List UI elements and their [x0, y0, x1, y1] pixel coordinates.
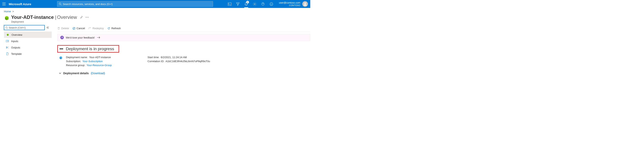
resource-type-icon: [4, 15, 10, 21]
subscription-link[interactable]: Your-Subscription: [82, 60, 103, 63]
svg-point-0: [59, 3, 61, 4]
title-actions: [80, 16, 89, 19]
sidebar-item-label: Template: [11, 52, 22, 55]
deployment-name-value: Your-ADT-instance: [89, 56, 111, 59]
redeploy-icon: [88, 27, 91, 30]
body: Search (Ctrl+/) Overview Inputs Outputs: [0, 24, 310, 75]
menu-toggle-button[interactable]: [2, 1, 6, 6]
svg-point-6: [272, 3, 272, 4]
deployment-icon: [59, 56, 63, 67]
breadcrumb-home[interactable]: Home: [4, 10, 11, 13]
avatar[interactable]: [302, 1, 308, 7]
correlation-id-label: Correlation ID:: [148, 60, 164, 63]
sidebar-item-label: Inputs: [11, 40, 18, 43]
main-content: Delete Cancel Redeploy Refresh We'd love…: [52, 25, 310, 75]
svg-point-11: [6, 27, 7, 28]
page-title-block: Your-ADT-instance | Overview Deployment: [11, 14, 77, 23]
search-icon: [5, 26, 8, 29]
cancel-icon: [72, 27, 76, 30]
deployment-name-label: Deployment name:: [66, 56, 88, 59]
svg-point-9: [87, 17, 87, 17]
more-button[interactable]: [86, 17, 89, 18]
svg-point-8: [86, 17, 86, 17]
cancel-button[interactable]: Cancel: [72, 27, 85, 30]
account-block[interactable]: user@contoso.com CONTOSO: [276, 1, 302, 6]
notification-badge: 1: [246, 1, 249, 3]
svg-point-4: [270, 2, 273, 5]
subscription-label: Subscription:: [66, 60, 81, 63]
notification-active-indicator: [244, 7, 248, 8]
redeploy-button: Redeploy: [88, 27, 104, 30]
page-title-area: Your-ADT-instance | Overview Deployment: [0, 14, 310, 24]
deployment-details-section[interactable]: Deployment details (Download): [57, 72, 310, 75]
resource-name: Your-ADT-instance: [11, 14, 54, 20]
kv-left: Deployment name: Your-ADT-instance Subsc…: [66, 55, 112, 67]
feedback-banner[interactable]: We'd love your feedback!: [57, 34, 310, 41]
page-name: Overview: [57, 14, 77, 20]
kv-right: Start time: 6/2/2021, 11:24:14 AM Correl…: [148, 55, 210, 67]
title-separator: |: [54, 14, 56, 20]
breadcrumb: Home >: [0, 8, 310, 14]
correlation-id-value: A1bC2dE3fH4iJ5kL6mN7oP8qR9sT0u: [166, 60, 210, 63]
svg-point-5: [271, 3, 271, 4]
feedback-text: We'd love your feedback!: [66, 36, 95, 39]
sidebar-item-overview[interactable]: Overview: [4, 31, 52, 38]
deployment-status: ••• Deployment is in progress: [57, 45, 119, 53]
sidebar: Search (Ctrl+/) Overview Inputs Outputs: [4, 25, 52, 75]
sidebar-search-row: Search (Ctrl+/): [4, 25, 52, 30]
chevron-down-icon[interactable]: [59, 72, 61, 74]
search-icon: [59, 2, 62, 5]
svg-point-13: [8, 47, 8, 47]
arrow-right-icon: [97, 36, 100, 38]
directory-filter-button[interactable]: [234, 0, 242, 8]
breadcrumb-separator: >: [12, 10, 14, 13]
sidebar-search-placeholder: Search (Ctrl+/): [9, 26, 26, 29]
outputs-icon: [6, 46, 9, 49]
deployment-summary: Deployment name: Your-ADT-instance Subsc…: [57, 55, 310, 67]
global-search-placeholder: Search resources, services, and docs (G+…: [63, 2, 112, 5]
command-bar: Delete Cancel Redeploy Refresh: [57, 25, 310, 32]
svg-point-7: [304, 2, 306, 4]
template-icon: [6, 52, 9, 55]
notifications-button[interactable]: 1: [242, 0, 250, 8]
user-email: user@contoso.com: [279, 1, 300, 4]
resource-type-label: Deployment: [11, 20, 77, 23]
delete-button: Delete: [57, 27, 69, 30]
deployment-details-label: Deployment details: [63, 72, 89, 75]
sidebar-item-inputs[interactable]: Inputs: [4, 38, 52, 44]
overview-icon: [6, 33, 10, 36]
sidebar-search-input[interactable]: Search (Ctrl+/): [4, 25, 44, 30]
download-link[interactable]: (Download): [91, 72, 105, 75]
svg-point-14: [8, 48, 8, 48]
resource-group-link[interactable]: Your-Resource-Group: [86, 64, 112, 67]
svg-point-10: [88, 17, 88, 17]
feedback-button[interactable]: [267, 0, 275, 8]
tenant-name: CONTOSO: [279, 4, 300, 6]
svg-rect-1: [228, 2, 231, 5]
feedback-icon: [60, 36, 64, 39]
pin-button[interactable]: [80, 16, 83, 19]
sidebar-item-template[interactable]: Template: [4, 51, 52, 57]
sidebar-collapse-button[interactable]: [46, 26, 49, 29]
brand-label[interactable]: Microsoft Azure: [9, 2, 31, 6]
refresh-icon: [108, 27, 110, 30]
start-time-label: Start time:: [148, 56, 159, 59]
sidebar-item-label: Outputs: [11, 46, 20, 49]
sidebar-item-label: Overview: [12, 33, 22, 36]
topbar-right: 1 user@contoso.com CONTOSO: [226, 0, 309, 8]
resource-group-label: Resource group:: [66, 64, 85, 67]
deployment-status-text: Deployment is in progress: [66, 46, 114, 51]
cloud-shell-button[interactable]: [226, 0, 234, 8]
settings-button[interactable]: [250, 0, 258, 8]
kv-columns: Deployment name: Your-ADT-instance Subsc…: [66, 55, 210, 67]
progress-icon: •••: [60, 47, 63, 51]
azure-topbar: Microsoft Azure Search resources, servic…: [0, 0, 310, 8]
global-search-input[interactable]: Search resources, services, and docs (G+…: [57, 1, 213, 7]
svg-point-2: [254, 3, 255, 4]
inputs-icon: [6, 40, 9, 42]
start-time-value: 6/2/2021, 11:24:14 AM: [161, 56, 187, 59]
help-button[interactable]: [259, 0, 267, 8]
refresh-button[interactable]: Refresh: [108, 27, 121, 30]
trash-icon: [57, 27, 60, 30]
sidebar-item-outputs[interactable]: Outputs: [4, 44, 52, 51]
